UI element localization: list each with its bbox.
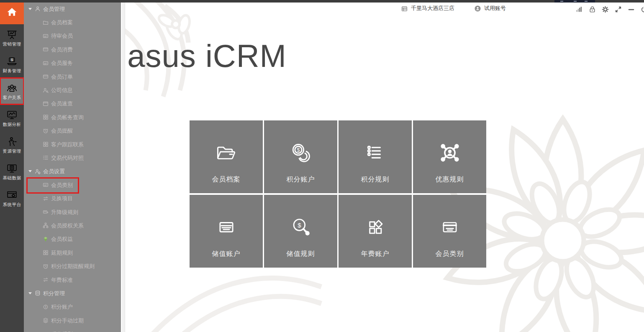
menu-item[interactable]: 会员帐务查询 — [24, 110, 121, 124]
collapse-triangle-icon[interactable] — [28, 8, 32, 10]
collapse-triangle-icon[interactable] — [28, 292, 32, 294]
folder-open-icon — [214, 141, 239, 165]
menu-item[interactable]: 客户跟踪联系 — [24, 138, 121, 151]
module-customers[interactable]: 客户关系 — [0, 78, 24, 105]
collapse-triangle-icon[interactable] — [28, 170, 32, 172]
card-icon — [42, 74, 49, 80]
menu-item[interactable]: 兑换项目 — [24, 192, 121, 205]
menu-group-header[interactable]: 会员设置 — [24, 165, 121, 178]
grid-icon — [42, 141, 49, 148]
module-platform[interactable]: 系统平台 — [0, 185, 24, 212]
clock-icon — [42, 128, 49, 134]
card-stripe-icon — [438, 215, 462, 240]
main-content: Pegasus iCRM 千里马大酒店三店 试用账号 会员档案$积分账户积分规则… — [125, 3, 644, 332]
tile-coins[interactable]: $积分账户 — [264, 120, 337, 193]
swap-icon — [42, 195, 49, 202]
menu-item-label: 年费标准 — [51, 277, 73, 283]
clock-icon — [42, 263, 49, 269]
account-label: 试用账号 — [484, 5, 506, 12]
settings-icon[interactable] — [601, 5, 609, 13]
menu-item[interactable]: 会员权益 — [24, 232, 121, 246]
menu-item[interactable]: 延期规则 — [24, 246, 121, 259]
list-icon — [42, 155, 49, 161]
svg-text:$: $ — [297, 147, 300, 153]
menu-item[interactable]: 积分手动过期 — [24, 314, 121, 327]
menu-item-label: 客户跟踪联系 — [51, 142, 84, 147]
menu-item[interactable]: 会员类别 — [24, 178, 121, 192]
person-icon — [34, 6, 41, 12]
coin-icon: $ — [42, 304, 49, 310]
menu-item[interactable]: 交易代码对照 — [24, 151, 121, 164]
menu-item[interactable]: 积分规则 — [24, 327, 121, 332]
persongear-icon — [34, 168, 41, 174]
menu-item[interactable]: 会员消费 — [24, 43, 121, 56]
power-icon[interactable] — [640, 5, 644, 13]
tile-card-stripe[interactable]: 会员类别 — [413, 195, 486, 268]
store-selector[interactable]: 千里马大酒店三店 — [401, 5, 454, 12]
menu-item[interactable]: 会员档案 — [24, 15, 121, 29]
menu-item[interactable]: 积分过期提醒规则 — [24, 259, 121, 273]
module-resources[interactable]: 资源管理 — [0, 131, 24, 158]
menu-item-label: 延期规则 — [51, 250, 73, 255]
tile-card-big[interactable]: 储值账户 — [190, 195, 263, 268]
tile-squares-diamond[interactable]: 年费账户 — [339, 195, 412, 268]
analytics-icon — [6, 109, 18, 121]
menu-item-label: 会员类别 — [51, 182, 73, 188]
module-label: 数据分析 — [3, 122, 21, 127]
menu-item[interactable]: 年费标准 — [24, 273, 121, 286]
menu-item[interactable]: 升降级规则 — [24, 205, 121, 219]
window-controls — [575, 5, 644, 13]
menu-item[interactable]: 会员订单 — [24, 70, 121, 83]
user-icon — [474, 5, 481, 12]
menu-item[interactable]: $积分账户 — [24, 300, 121, 314]
menu-panel: 会员管理会员档案待审会员会员消费会员服务会员订单公司信息会员速查会员帐务查询会员… — [24, 0, 121, 332]
tile-folder-open[interactable]: 会员档案 — [190, 120, 263, 193]
minimize-icon[interactable] — [627, 5, 635, 13]
tile-label: 会员类别 — [413, 250, 486, 258]
account-selector[interactable]: 试用账号 — [474, 5, 506, 12]
menu-item-label: 会员授权关系 — [51, 223, 84, 228]
menu-item-label: 积分管理 — [43, 291, 65, 296]
menu-group-header[interactable]: 会员管理 — [24, 2, 121, 15]
personkey-icon — [42, 87, 49, 93]
menu-item[interactable]: 会员速查 — [24, 97, 121, 110]
menu-item-label: 会员管理 — [43, 6, 65, 12]
tree-icon — [42, 222, 49, 229]
brand-title: Pegasus iCRM — [125, 35, 367, 77]
menu-item[interactable]: 会员授权关系 — [24, 219, 121, 232]
menu-item[interactable]: 会员提醒 — [24, 124, 121, 138]
tile-network-person[interactable]: 优惠规则 — [413, 120, 486, 193]
db-icon — [34, 290, 41, 296]
signal-icon[interactable] — [575, 5, 583, 13]
menu-item-label: 会员档案 — [51, 20, 73, 25]
menu-item-label: 会员服务 — [51, 60, 73, 66]
menu-item-label: 会员速查 — [51, 101, 73, 106]
module-finance[interactable]: $财务管理 — [0, 51, 24, 78]
folder-icon — [42, 19, 49, 26]
module-basedata[interactable]: 基础数据 — [0, 158, 24, 185]
module-marketing[interactable]: 营销管理 — [0, 24, 24, 51]
tile-list-big[interactable]: 积分规则 — [339, 120, 412, 193]
menu-item[interactable]: 会员服务 — [24, 56, 121, 70]
expand-icon[interactable] — [614, 5, 622, 13]
finance-icon: $ — [6, 56, 18, 67]
menu-item-label: 升降级规则 — [51, 209, 78, 215]
basedata-icon — [6, 163, 18, 174]
menu-item[interactable]: 公司信息 — [24, 83, 121, 97]
store-label: 千里马大酒店三店 — [411, 5, 454, 12]
platform-icon — [6, 189, 18, 201]
menu-item-label: 待审会员 — [51, 33, 73, 38]
module-label: 系统平台 — [3, 202, 21, 207]
module-analytics[interactable]: 数据分析 — [0, 105, 24, 131]
menu-group-header[interactable]: 积分管理 — [24, 286, 121, 300]
tile-grid: 会员档案$积分账户积分规则优惠规则储值账户$储值规则年费账户会员类别 — [190, 120, 486, 268]
cardlines-icon — [42, 33, 49, 39]
menu-item[interactable]: 待审会员 — [24, 29, 121, 43]
customers-icon — [6, 82, 18, 94]
menu-scrollbar[interactable] — [122, 0, 125, 332]
tile-label: 储值规则 — [264, 250, 337, 258]
tile-coin-cursor[interactable]: $储值规则 — [264, 195, 337, 268]
lock-icon[interactable] — [588, 5, 596, 13]
menu-item-label: 会员帐务查询 — [51, 115, 84, 120]
module-home[interactable] — [0, 0, 24, 24]
